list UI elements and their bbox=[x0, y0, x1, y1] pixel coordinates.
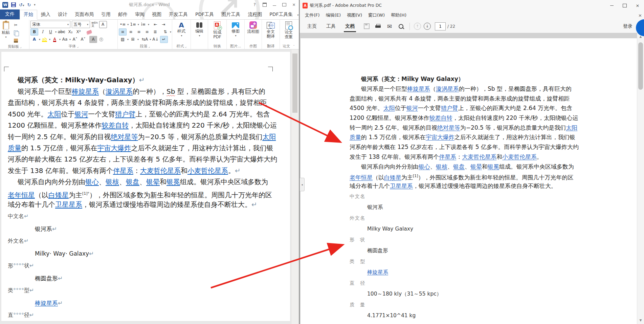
hyperlink[interactable]: 太阳 bbox=[566, 124, 577, 131]
word-ribbon-tab[interactable]: 开始 bbox=[20, 10, 37, 20]
image-fix-button[interactable]: 修图▾ bbox=[231, 21, 240, 43]
hyperlink[interactable]: 质量 bbox=[8, 144, 21, 152]
font-name-combo[interactable]: 宋体▾ bbox=[30, 21, 70, 28]
format-painter-button[interactable] bbox=[12, 37, 20, 44]
bullets-button[interactable]: •≡ bbox=[119, 21, 127, 28]
hyperlink[interactable]: 太阳 bbox=[262, 133, 276, 141]
word-ribbon-tab[interactable]: PDF工具 bbox=[192, 10, 218, 19]
hyperlink[interactable]: 白矮星 bbox=[384, 174, 401, 181]
hyperlink[interactable]: 大麦哲伦星系 bbox=[140, 167, 181, 175]
hyperlink[interactable]: 伴星系 bbox=[439, 153, 456, 160]
acrobat-scrollbar-thumb[interactable] bbox=[638, 42, 643, 90]
word-ribbon-tab[interactable]: 审阅 bbox=[131, 10, 148, 19]
hyperlink[interactable]: 太阳 bbox=[383, 105, 395, 111]
line-spacing-button[interactable]: ⇅ bbox=[161, 28, 169, 36]
next-page-button[interactable]: ↓ bbox=[424, 23, 431, 30]
dialog-launcher-icon[interactable]: ⌟ bbox=[77, 45, 78, 48]
hyperlink[interactable]: 质量 bbox=[350, 134, 361, 141]
hyperlink[interactable]: 宇宙大爆炸 bbox=[426, 134, 454, 141]
word-ribbon-tab[interactable]: 视图 bbox=[148, 10, 165, 19]
navigation-pane-toggle[interactable]: ◂ bbox=[300, 178, 305, 191]
hyperlink[interactable]: 绝对星等 bbox=[437, 124, 460, 131]
menu-item[interactable]: 文件(F) bbox=[302, 12, 323, 18]
word-ribbon-tab[interactable]: 文件 bbox=[0, 9, 20, 19]
word-document-area[interactable]: 银河系（英文：Milky·Way·Galaxy）↵银河系是一个巨型棒旋星系（漩涡… bbox=[0, 49, 291, 324]
hyperlink[interactable]: 棒旋星系 bbox=[35, 300, 58, 306]
hyperlink[interactable]: 漩涡星系 bbox=[106, 87, 133, 95]
print-button[interactable] bbox=[372, 22, 384, 31]
superscript-button[interactable]: X² bbox=[75, 28, 83, 36]
shrink-font-button[interactable]: A˅ bbox=[79, 36, 87, 43]
acrobat-toolbar-tab[interactable]: 工具 bbox=[323, 20, 339, 32]
hyperlink[interactable]: 银河 bbox=[74, 110, 88, 118]
hyperlink[interactable]: 宇宙大爆炸 bbox=[97, 144, 131, 152]
undo-icon[interactable]: ↺▾ bbox=[19, 3, 24, 7]
increase-indent-button[interactable]: ⇥ bbox=[160, 21, 168, 28]
dialog-launcher-icon[interactable]: ⌟ bbox=[185, 45, 186, 48]
word-ribbon-tab[interactable]: 插入 bbox=[37, 10, 54, 19]
hyperlink[interactable]: 白矮星 bbox=[48, 191, 69, 199]
highlight-button[interactable]: ab bbox=[41, 36, 48, 43]
pdf-page[interactable]: 银河系（英文：Milky Way Galaxy）银河系是一个巨型棒旋星系（漩涡星… bbox=[301, 38, 637, 324]
hyperlink[interactable]: 老年恒星 bbox=[8, 191, 35, 199]
decrease-indent-button[interactable]: ⇤ bbox=[152, 21, 159, 28]
sort-button[interactable]: A↓ bbox=[151, 36, 159, 43]
save-icon[interactable] bbox=[11, 2, 16, 7]
hyperlink[interactable]: 太阳 bbox=[47, 110, 61, 118]
align-center-button[interactable]: ≡ bbox=[127, 28, 135, 36]
character-border-button[interactable]: A bbox=[99, 21, 107, 28]
minimize-button[interactable] bbox=[605, 1, 618, 10]
hyperlink[interactable]: 银冕 bbox=[166, 178, 180, 186]
word-ribbon-tab[interactable]: 邮件 bbox=[114, 10, 131, 19]
hyperlink[interactable]: 小麦哲伦星系 bbox=[502, 153, 537, 160]
word-page[interactable]: 银河系（英文：Milky·Way·Galaxy）↵银河系是一个巨型棒旋星系（漩涡… bbox=[1, 52, 290, 321]
text-effects-button[interactable]: A bbox=[30, 36, 38, 43]
page-number-input[interactable]: 1 bbox=[435, 22, 446, 30]
word-ribbon-tab[interactable]: 流程图 bbox=[244, 10, 266, 19]
close-button[interactable]: × bbox=[289, 1, 299, 9]
hyperlink[interactable]: 大麦哲伦星系 bbox=[462, 153, 496, 160]
acrobat-document-area[interactable]: 银河系（英文：Milky Way Galaxy）银河系是一个巨型棒旋星系（漩涡星… bbox=[300, 33, 644, 324]
hyperlink[interactable]: 银心 bbox=[85, 178, 99, 186]
collapse-ribbon-icon[interactable]: ˄ bbox=[293, 45, 295, 48]
word-scrollbar[interactable] bbox=[291, 49, 299, 324]
hyperlink[interactable]: 棒旋星系 bbox=[407, 85, 430, 92]
menu-item[interactable]: 帮助(H) bbox=[388, 12, 409, 18]
paper-check-button[interactable]: 论文查重 bbox=[284, 21, 293, 43]
word-ribbon-tab[interactable]: 页面布局 bbox=[71, 10, 97, 19]
dialog-launcher-icon[interactable]: ⌟ bbox=[148, 45, 150, 48]
customize-qat-icon[interactable]: ▾ bbox=[34, 3, 36, 6]
word-ribbon-tab[interactable]: 图片工具 bbox=[218, 10, 244, 19]
word-scrollbar-thumb[interactable] bbox=[292, 53, 297, 113]
previous-page-button[interactable]: ↑ bbox=[414, 23, 421, 30]
sign-in-link[interactable]: 登录 bbox=[623, 23, 632, 29]
font-color-button[interactable]: A bbox=[51, 36, 59, 43]
hyperlink[interactable]: 银盘 bbox=[126, 178, 139, 186]
justify-button[interactable]: ≡ bbox=[143, 28, 151, 36]
paste-button[interactable]: 粘贴▾ bbox=[1, 21, 10, 44]
bold-button[interactable]: B bbox=[30, 28, 38, 36]
hyperlink[interactable]: 较差自转 bbox=[102, 121, 129, 129]
hyperlink[interactable]: 银晕 bbox=[146, 178, 160, 186]
save-button[interactable] bbox=[361, 22, 372, 31]
hyperlink[interactable]: 绝对星等 bbox=[111, 133, 138, 141]
word-ribbon-tab[interactable]: PDF工具集 bbox=[266, 10, 296, 19]
subscript-button[interactable]: X₂ bbox=[67, 28, 74, 36]
restore-button[interactable] bbox=[279, 1, 289, 9]
styles-button[interactable]: A 样式▾ bbox=[177, 21, 186, 43]
menu-item[interactable]: 视图(V) bbox=[344, 12, 365, 18]
word-ribbon-tab[interactable]: 开发工具 bbox=[165, 10, 192, 19]
hyperlink[interactable]: 卫星星系 bbox=[55, 200, 82, 209]
scroll-down-icon[interactable]: ▼ bbox=[637, 319, 644, 322]
shading-button[interactable]: ▨ bbox=[119, 36, 127, 43]
change-case-button[interactable]: Aa bbox=[61, 36, 69, 43]
word-ribbon-tab[interactable]: 引用 bbox=[97, 10, 114, 19]
distribute-button[interactable]: ≣ bbox=[151, 28, 159, 36]
enclose-characters-button[interactable]: ㊉ bbox=[97, 36, 105, 43]
dialog-launcher-icon[interactable]: ⌟ bbox=[20, 45, 21, 48]
acrobat-toolbar-tab[interactable]: 文档 bbox=[342, 20, 358, 32]
ribbon-options-button[interactable] bbox=[260, 1, 269, 9]
hyperlink[interactable]: 棒旋星系 bbox=[367, 269, 388, 275]
search-button[interactable] bbox=[395, 22, 407, 31]
minimize-button[interactable] bbox=[269, 1, 279, 9]
